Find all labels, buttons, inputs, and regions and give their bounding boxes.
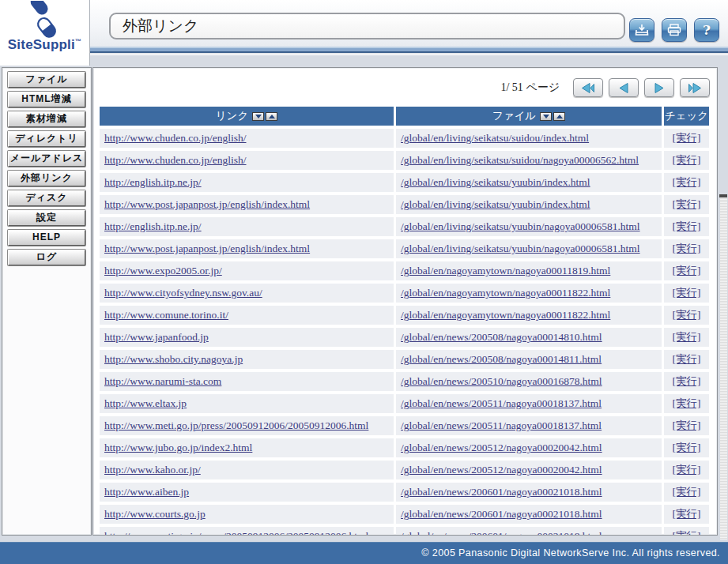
execute-link[interactable]: [実行]: [673, 464, 701, 476]
column-header-file: ファイル: [396, 107, 662, 126]
table-row: http://www.post.japanpost.jp/english/ind…: [100, 195, 709, 214]
file-cell: /global/en/nagoyamytown/nagoya00011822.h…: [396, 284, 662, 303]
execute-link[interactable]: [実行]: [673, 508, 701, 520]
file-path-link[interactable]: /global/en/news/200601/nagoya00021018.ht…: [401, 530, 602, 536]
file-cell: /global/en/living/seikatsu/yuubin/index.…: [396, 195, 662, 214]
execute-link[interactable]: [実行]: [673, 198, 701, 210]
print-button[interactable]: [662, 18, 687, 42]
execute-link[interactable]: [実行]: [673, 176, 701, 188]
link-cell: http://www.chuden.co.jp/english/: [100, 151, 394, 170]
file-path-link[interactable]: /global/en/living/seikatsu/suidou/index.…: [401, 132, 589, 144]
file-path-link[interactable]: /global/en/news/200508/nagoya00014810.ht…: [401, 331, 602, 343]
execute-link[interactable]: [実行]: [673, 287, 701, 299]
prev-page-button[interactable]: [609, 78, 639, 97]
logo-panel: SiteSuppli™: [0, 0, 90, 66]
execute-link[interactable]: [実行]: [673, 132, 701, 144]
external-url-link[interactable]: http://www.narumi-sta.com: [104, 375, 221, 387]
external-url-link[interactable]: http://www.post.japanpost.jp/english/ind…: [104, 198, 310, 210]
external-url-link[interactable]: http://www.aiben.jp: [104, 486, 189, 498]
file-path-link[interactable]: /global/en/living/seikatsu/yuubin/index.…: [401, 198, 590, 210]
check-cell: [実行]: [664, 328, 709, 347]
external-url-link[interactable]: http://www.meti.go.jp/press/20050912006/…: [104, 530, 368, 536]
execute-link[interactable]: [実行]: [673, 154, 701, 166]
file-path-link[interactable]: /global/en/nagoyamytown/nagoya00011819.h…: [401, 265, 610, 276]
sort-asc-button[interactable]: [553, 112, 565, 121]
file-path-link[interactable]: /global/en/news/200512/nagoya00020042.ht…: [401, 442, 602, 453]
help-button[interactable]: ?: [694, 18, 719, 42]
file-path-link[interactable]: /global/en/news/200601/nagoya00021018.ht…: [401, 486, 602, 498]
link-cell: http://www.expo2005.or.jp/: [100, 261, 394, 280]
link-cell: http://www.courts.go.jp: [100, 505, 394, 524]
external-url-link[interactable]: http://www.kaho.or.jp/: [104, 464, 201, 476]
external-url-link[interactable]: http://english.itp.ne.jp/: [104, 176, 202, 188]
external-url-link[interactable]: http://www.jubo.go.jp/index2.html: [104, 442, 252, 453]
execute-link[interactable]: [実行]: [673, 397, 701, 409]
external-url-link[interactable]: http://www.eltax.jp: [104, 397, 187, 409]
external-url-link[interactable]: http://www.comune.torino.it/: [104, 309, 228, 321]
file-path-link[interactable]: /global/en/nagoyamytown/nagoya00011822.h…: [401, 287, 610, 299]
external-url-link[interactable]: http://www.courts.go.jp: [104, 508, 206, 520]
external-url-link[interactable]: http://www.chuden.co.jp/english/: [104, 154, 246, 166]
execute-link[interactable]: [実行]: [673, 331, 701, 343]
external-url-link[interactable]: http://www.shobo.city.nagoya.jp: [104, 353, 243, 365]
execute-link[interactable]: [実行]: [673, 375, 701, 387]
sort-desc-button[interactable]: [540, 112, 552, 121]
sidebar-item[interactable]: HTML増減: [8, 92, 85, 107]
next-page-button[interactable]: [644, 78, 674, 97]
check-cell: [実行]: [664, 350, 709, 369]
link-cell: http://www.japanfood.jp: [100, 328, 394, 347]
table-row: http://www.narumi-sta.com /global/en/new…: [100, 372, 709, 391]
sidebar-item[interactable]: 設定: [8, 210, 85, 226]
external-url-link[interactable]: http://www.meti.go.jp/press/20050912006/…: [104, 419, 368, 431]
sidebar-item[interactable]: ディスク: [8, 190, 85, 206]
sidebar-item[interactable]: メールアドレス: [8, 151, 85, 167]
sort-desc-button[interactable]: [252, 112, 264, 121]
scrollbar-track[interactable]: [720, 195, 727, 540]
execute-link[interactable]: [実行]: [673, 486, 701, 498]
external-url-link[interactable]: http://www.cityofsydney.nsw.gov.au/: [104, 287, 262, 299]
link-cell: http://www.aiben.jp: [100, 483, 394, 502]
last-page-icon: [688, 83, 702, 93]
first-page-button[interactable]: [573, 78, 603, 97]
save-button[interactable]: [629, 18, 654, 42]
file-path-link[interactable]: /global/en/nagoyamytown/nagoya00011822.h…: [401, 309, 610, 321]
file-cell: /global/en/news/200508/nagoya00014811.ht…: [396, 350, 662, 369]
execute-link[interactable]: [実行]: [673, 353, 701, 365]
sidebar-item[interactable]: ログ: [8, 250, 85, 265]
sidebar-item[interactable]: 外部リンク: [8, 171, 85, 186]
external-url-link[interactable]: http://www.japanfood.jp: [104, 331, 209, 343]
file-path-link[interactable]: /global/en/news/200511/nagoya00018137.ht…: [401, 419, 602, 431]
execute-link[interactable]: [実行]: [673, 265, 701, 276]
sidebar-item[interactable]: 素材増減: [8, 111, 85, 127]
sort-asc-button[interactable]: [266, 112, 277, 121]
file-path-link[interactable]: /global/en/living/seikatsu/suidou/nagoya…: [401, 154, 639, 166]
file-path-link[interactable]: /global/en/news/200601/nagoya00021018.ht…: [401, 508, 602, 520]
file-cell: /global/en/living/seikatsu/yuubin/index.…: [396, 173, 662, 192]
file-path-link[interactable]: /global/en/news/200511/nagoya00018137.ht…: [401, 397, 602, 409]
execute-link[interactable]: [実行]: [673, 243, 701, 254]
sidebar-item[interactable]: ディレクトリ: [8, 131, 85, 147]
file-path-link[interactable]: /global/en/living/seikatsu/yuubin/nagoya…: [401, 243, 640, 254]
execute-link[interactable]: [実行]: [673, 530, 701, 536]
triangle-down-icon: [543, 115, 549, 122]
external-url-link[interactable]: http://english.itp.ne.jp/: [104, 220, 202, 232]
file-cell: /global/en/living/seikatsu/suidou/index.…: [396, 129, 662, 148]
external-url-link[interactable]: http://www.chuden.co.jp/english/: [104, 132, 246, 144]
execute-link[interactable]: [実行]: [673, 309, 701, 321]
external-url-link[interactable]: http://www.post.japanpost.jp/english/ind…: [104, 243, 310, 254]
sidebar-item[interactable]: HELP: [8, 230, 85, 246]
external-url-link[interactable]: http://www.expo2005.or.jp/: [104, 265, 222, 276]
scrollbar-thumb[interactable]: [719, 194, 727, 197]
triangle-up-icon: [556, 111, 563, 118]
execute-link[interactable]: [実行]: [673, 220, 701, 232]
sidebar-item[interactable]: ファイル: [8, 72, 85, 88]
check-cell: [実行]: [664, 217, 709, 236]
file-path-link[interactable]: /global/en/news/200510/nagoya00016878.ht…: [401, 375, 602, 387]
file-path-link[interactable]: /global/en/living/seikatsu/yuubin/nagoya…: [401, 220, 640, 232]
file-path-link[interactable]: /global/en/news/200512/nagoya00020042.ht…: [401, 464, 602, 476]
execute-link[interactable]: [実行]: [673, 442, 701, 453]
file-path-link[interactable]: /global/en/news/200508/nagoya00014811.ht…: [401, 353, 602, 365]
file-path-link[interactable]: /global/en/living/seikatsu/yuubin/index.…: [401, 176, 590, 188]
execute-link[interactable]: [実行]: [673, 419, 701, 431]
last-page-button[interactable]: [680, 78, 710, 97]
